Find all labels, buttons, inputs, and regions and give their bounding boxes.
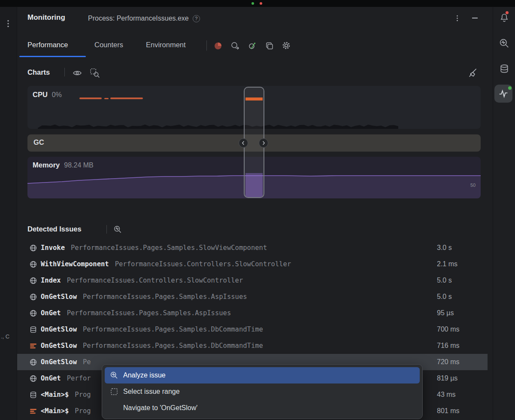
recording-green-dot <box>508 86 512 90</box>
cpu-label: CPU <box>33 91 48 99</box>
right-rail <box>493 7 515 420</box>
issue-name: Index <box>41 277 61 284</box>
issue-namespace: PerformanceIssues.Pages.Samples.SlowView… <box>71 244 267 252</box>
range-left-arrow-button[interactable] <box>239 138 248 148</box>
issue-name: OnGet <box>41 374 61 382</box>
eye-icon[interactable] <box>72 68 82 78</box>
web-icon <box>29 309 37 317</box>
menu-item-label: Analyze issue <box>123 371 166 379</box>
minimize-icon[interactable] <box>470 13 480 23</box>
issues-analyze-icon[interactable] <box>112 224 123 234</box>
issue-namespace: PerformanceIssues.Pages.Samples.AspIssue… <box>83 293 247 301</box>
green-slash-circle-icon[interactable] <box>247 41 258 51</box>
issue-duration: 716 ms <box>437 342 459 350</box>
slider-memory-highlight <box>245 173 263 198</box>
issue-duration: 819 µs <box>437 374 457 382</box>
issue-name: OnGetSlow <box>41 342 77 350</box>
menu-item-navigate[interactable]: Navigate to 'OnGetSlow' <box>105 400 420 416</box>
db-command-icon <box>29 342 37 350</box>
broom-clear-icon[interactable] <box>466 67 478 79</box>
issue-namespace: PerformanceIssues.Pages.Samples.DbComman… <box>83 326 263 333</box>
active-tab-underline <box>19 56 86 57</box>
issue-row[interactable]: WithViewComponentPerformanceIssues.Contr… <box>17 256 493 272</box>
monitoring-tool-window: ., C Monitoring Process: PerformanceIs <box>0 0 515 420</box>
issue-namespace: Prog <box>75 391 91 399</box>
monitoring-tool-active-button[interactable] <box>494 85 512 103</box>
detected-issues-title: Detected Issues <box>27 225 82 233</box>
snapshot-arrow-icon[interactable] <box>230 41 240 51</box>
tab-counters[interactable]: Counters <box>94 41 123 49</box>
notifications-bell-icon[interactable] <box>499 12 510 23</box>
toolbar-separator <box>206 40 207 51</box>
menu-item-select-issue-range[interactable]: Select issue range <box>105 383 420 400</box>
help-icon[interactable]: ? <box>193 15 200 22</box>
issue-row[interactable]: OnGetPerformanceIssues.Pages.Samples.Asp… <box>17 305 493 321</box>
menu-item-analyze-issue[interactable]: Analyze issue <box>105 367 420 383</box>
slider-cpu-highlight <box>245 97 263 100</box>
web-icon <box>29 374 37 382</box>
issue-name: OnGet <box>41 309 61 317</box>
issue-row[interactable]: InvokePerformanceIssues.Pages.Samples.Sl… <box>17 240 493 256</box>
issue-duration: 5.0 s <box>437 277 452 284</box>
web-icon <box>29 358 37 366</box>
process-label: Process: PerformanceIssues.exe <box>88 15 189 22</box>
issue-namespace: Pe <box>83 358 91 366</box>
web-icon <box>29 277 37 284</box>
issue-duration: 720 ms <box>437 358 459 366</box>
tab-environment[interactable]: Environment <box>146 41 186 49</box>
issue-namespace: Prog <box>75 407 91 415</box>
database-tool-icon[interactable] <box>499 64 509 74</box>
issue-name: OnGetSlow <box>41 326 77 333</box>
process-row: Process: PerformanceIssues.exe ? <box>88 13 200 24</box>
database-icon <box>29 326 37 333</box>
web-icon <box>29 260 37 268</box>
green-status-dot <box>251 2 254 5</box>
issue-row[interactable]: OnGetSlowPerformanceIssues.Pages.Samples… <box>17 289 493 305</box>
issue-duration: 5.0 s <box>437 293 452 301</box>
analyze-issue-icon <box>110 371 118 380</box>
issues-separator <box>106 225 107 234</box>
charts-section-title: Charts <box>27 68 50 76</box>
issue-namespace: PerformanceIssues.Pages.Samples.DbComman… <box>83 342 263 350</box>
cpu-spike-dash <box>104 98 109 99</box>
gc-label: GC <box>33 138 44 146</box>
select-range-icon <box>110 387 118 396</box>
menu-item-label: Navigate to 'OnGetSlow' <box>123 404 197 412</box>
gear-icon[interactable] <box>281 40 292 51</box>
pie-chart-icon[interactable] <box>213 41 223 51</box>
profiler-search-icon[interactable] <box>498 37 510 49</box>
memory-axis-label: 50 <box>470 183 476 188</box>
issue-row[interactable]: IndexPerformanceIssues.Controllers.SlowC… <box>17 272 493 289</box>
copy-layers-icon[interactable] <box>264 41 275 51</box>
issue-name: OnGetSlow <box>41 293 77 301</box>
kebab-menu-icon[interactable] <box>452 13 462 23</box>
cpu-spike-dash <box>110 97 143 99</box>
tab-performance[interactable]: Performance <box>27 41 68 49</box>
issue-namespace: PerformanceIssues.Controllers.SlowContro… <box>115 260 291 268</box>
issue-namespace: PerformanceIssues.Controllers.SlowContro… <box>67 277 243 284</box>
zoom-selection-icon[interactable] <box>89 67 100 79</box>
issue-name: <Main>$ <box>41 391 69 399</box>
db-command-icon <box>29 407 37 415</box>
cpu-baseline-histogram <box>38 124 398 129</box>
web-icon <box>29 293 37 301</box>
menu-item-label: Select issue range <box>123 388 180 396</box>
context-menu: Analyze issue Select issue range Navigat… <box>102 364 423 419</box>
left-rail: ., C <box>0 7 17 420</box>
memory-value: 98.24 MB <box>64 161 93 169</box>
issue-duration: 801 ms <box>437 407 459 415</box>
range-right-arrow-button[interactable] <box>259 138 268 148</box>
issue-namespace: PerformanceIssues.Pages.Samples.AspIssue… <box>67 309 231 317</box>
issue-duration: 3.0 s <box>437 244 452 252</box>
web-icon <box>29 244 37 252</box>
left-rail-label: ., C <box>1 333 9 340</box>
pulse-icon <box>499 89 508 98</box>
issue-duration: 700 ms <box>437 326 459 333</box>
left-rail-menu-icon[interactable] <box>3 19 13 28</box>
issue-row[interactable]: OnGetSlowPerformanceIssues.Pages.Samples… <box>17 338 493 354</box>
charts-separator <box>64 68 65 76</box>
issue-name: <Main>$ <box>41 407 69 415</box>
red-status-dot <box>260 2 262 5</box>
issue-row[interactable]: OnGetSlowPerformanceIssues.Pages.Samples… <box>17 321 493 338</box>
issue-name: OnGetSlow <box>41 358 77 366</box>
